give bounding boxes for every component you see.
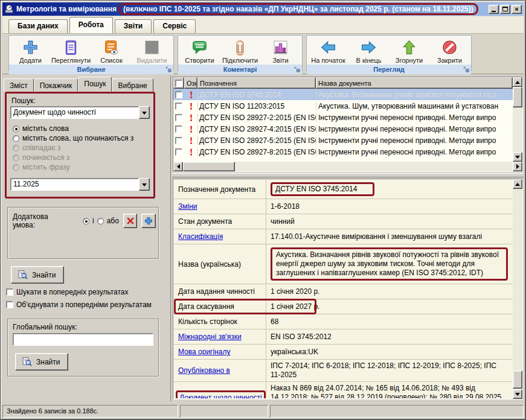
radio-button[interactable] (13, 135, 19, 142)
detail-label-link[interactable]: Документ щодо чинності (179, 393, 262, 399)
table-row[interactable]: ДСТУ EN ISO 28927-2:2015 (EN ISO 289Інст… (173, 112, 513, 123)
dropdown-button[interactable] (139, 178, 150, 191)
detail-row: Зміни1-6-2018 (174, 199, 512, 214)
detail-row: Стан документачинний (174, 214, 512, 229)
collapse-button[interactable]: Згорнути (389, 37, 429, 64)
tab-work[interactable]: Робота (69, 17, 113, 33)
radio-label: співпадає з (22, 144, 60, 152)
group-caption: Коментарі (178, 65, 302, 74)
radio-button[interactable] (13, 126, 19, 132)
detail-label-link[interactable]: Мова оригіналу (178, 348, 230, 356)
dialog-launcher-icon[interactable] (463, 66, 470, 72)
table-row[interactable]: ДСТУ EN ISO 28927-4:2015 (EN ISO 289Інст… (173, 123, 513, 135)
detail-label: Зміни (174, 200, 266, 212)
checkbox[interactable] (6, 301, 13, 308)
search-field-value[interactable]: Документ щодо чинності (10, 106, 139, 119)
pane-splitter[interactable] (172, 173, 524, 177)
close-button[interactable]: Закрити (429, 37, 470, 64)
list-button[interactable]: Список (91, 37, 132, 64)
detail-value-text: ІПС 7-2014; ІПС 6-2018; ІПС 12-2018; ІПС… (271, 361, 508, 380)
sidebar-tab-favorites[interactable]: Вибране (112, 78, 153, 92)
detail-value: 1 січня 2020 р. (266, 284, 512, 299)
column-header[interactable]: Назва документа (316, 77, 513, 89)
search-label: Пошук: (11, 97, 150, 105)
button-label: Додати (19, 57, 42, 64)
tab-reports[interactable]: Звіти (115, 19, 152, 33)
column-header[interactable]: Озн (184, 77, 197, 89)
results-pane: ОзнПозначенняНазва документа ДСТУ EN ISO… (172, 75, 524, 401)
vscroll-thumb[interactable] (513, 87, 522, 107)
detail-label-link[interactable]: Класифікація (178, 232, 223, 241)
to-end-button[interactable]: В кінець (348, 37, 389, 64)
maximize-icon (502, 7, 508, 11)
scroll-right-button[interactable] (513, 162, 522, 171)
view-button[interactable]: Переглянути (51, 37, 91, 64)
radio-button (13, 164, 19, 171)
scroll-left-button[interactable] (173, 162, 183, 171)
detail-label-link[interactable]: Міжнародні зв'язки (178, 332, 242, 341)
table-row[interactable]: ДСТУ EN ISO 28927-5:2015 (EN ISO 289Інст… (173, 135, 513, 146)
to-start-button[interactable]: На початок (308, 37, 348, 64)
status-bar: Знайдено 6 записів за 0.188с. (2, 403, 524, 418)
scroll-down-button[interactable] (513, 152, 522, 162)
app-icon (4, 4, 14, 14)
table-row[interactable]: ДСТУ EN ISO 3745:2014Акустика. Визначанн… (173, 89, 513, 100)
attach-button[interactable]: Підключити (220, 37, 260, 64)
global-find-button[interactable]: Знайти (15, 353, 68, 371)
detail-label-text: Стан документа (178, 217, 232, 226)
maximize-button[interactable] (500, 5, 510, 14)
detail-rows: Позначення документаДСТУ EN ISO 3745:201… (174, 180, 512, 398)
sidebar-tab-search[interactable]: Пошук (78, 77, 112, 92)
sidebar-tab-strip: ЗмістПокажчикПошукВибране (2, 75, 170, 91)
dropdown-button[interactable] (139, 106, 150, 119)
checkbox[interactable] (175, 137, 182, 144)
tab-databases[interactable]: Бази даних (8, 19, 68, 33)
detail-value: Наказ N 869 від 24.07.2014; № 165 від 14… (266, 382, 512, 398)
radio-or[interactable] (97, 218, 104, 224)
notepad-icon (62, 38, 80, 56)
checkbox[interactable] (175, 114, 182, 121)
remove-condition-button[interactable] (123, 214, 138, 228)
detail-label-link[interactable]: Опубліковано в (178, 366, 230, 375)
dialog-launcher-icon[interactable] (165, 66, 172, 72)
table-row[interactable]: ДСТУ EN ISO 11203:2015Акустика. Шум, утв… (173, 100, 513, 112)
checkbox[interactable] (175, 126, 182, 133)
checkbox[interactable] (175, 80, 182, 87)
find-button[interactable]: Знайти (11, 266, 64, 284)
radio-and[interactable] (83, 218, 89, 224)
column-header[interactable]: Позначення (197, 77, 316, 89)
scroll-down-button[interactable] (513, 389, 522, 399)
detail-row: Опубліковано вІПС 7-2014; ІПС 6-2018; ІП… (174, 360, 512, 382)
scroll-up-button[interactable] (513, 77, 522, 87)
vscroll-thumb[interactable] (513, 371, 522, 389)
global-search-input[interactable] (13, 333, 153, 346)
detail-label: Документ щодо чинності (174, 390, 266, 399)
sidebar-tab-index[interactable]: Покажчик (34, 78, 79, 92)
checkbox[interactable] (175, 148, 182, 156)
sidebar-tab-contents[interactable]: Зміст (4, 78, 34, 92)
hscroll-thumb[interactable] (183, 162, 235, 171)
search-field-combobox[interactable]: Документ щодо чинності (10, 106, 150, 119)
minimize-button[interactable] (489, 5, 499, 14)
checkbox[interactable] (6, 288, 13, 296)
select-all-header[interactable] (173, 77, 184, 89)
dialog-launcher-icon[interactable] (294, 66, 301, 72)
close-button[interactable]: × (512, 5, 522, 14)
detail-value-text: чинний (271, 217, 508, 226)
add-button[interactable]: Додати (10, 37, 51, 64)
table-row[interactable]: ДСТУ EN ISO 28927-8:2015 (EN ISO 289Інст… (173, 146, 513, 158)
status-exclamation-icon (184, 113, 197, 122)
checkbox[interactable] (175, 91, 182, 98)
checkbox[interactable] (175, 103, 182, 110)
period-value[interactable]: 11.2025 (10, 178, 139, 191)
reports-button[interactable]: Звіти (260, 37, 301, 64)
period-combobox[interactable]: 11.2025 (10, 178, 150, 191)
create-comment-button[interactable]: Створити (179, 37, 220, 64)
add-condition-button[interactable] (141, 214, 156, 228)
designation-cell: ДСТУ EN ISO 28927-4:2015 (EN ISO 289 (197, 125, 316, 133)
tab-service[interactable]: Сервіс (153, 19, 196, 33)
plus-icon (22, 38, 39, 56)
radio-label: містить слова (22, 124, 69, 133)
detail-label-link[interactable]: Зміни (178, 202, 197, 211)
scroll-up-button[interactable] (513, 179, 522, 189)
